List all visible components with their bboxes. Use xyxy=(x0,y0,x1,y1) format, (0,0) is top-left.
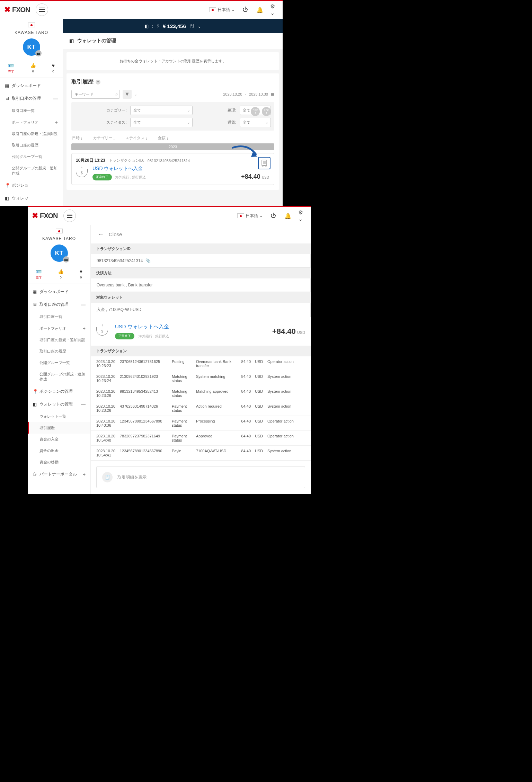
nav-group-new[interactable]: 公開グループの新規・追加作成 xyxy=(0,162,63,179)
logo: ✖FXON xyxy=(32,211,58,220)
txid-value: 98132134953425241314 xyxy=(97,258,143,263)
chevron-down-icon[interactable]: ⌄ xyxy=(134,92,137,96)
transaction-id: 98132134953425241314 xyxy=(148,159,190,163)
user-name: KAWASE TARO xyxy=(0,30,63,35)
nav-account-list[interactable]: 取引口座一覧 xyxy=(28,311,90,322)
date-range[interactable]: 2023.10.20-2023.10.30▦ xyxy=(223,92,274,97)
nav-tx-history[interactable]: 取引履歴 xyxy=(28,422,90,434)
filter-status[interactable]: 全て xyxy=(130,118,193,127)
thumbs-up-icon: 👍 xyxy=(58,269,64,274)
logo: ✖FXON xyxy=(4,5,30,14)
show-detail-button[interactable]: 🧾 取引明細を表示 xyxy=(96,466,305,488)
page-title: ◧ウォレットの管理 xyxy=(63,33,283,49)
status-badge: 正常終了 xyxy=(115,333,134,339)
col-datetime[interactable]: 日時 ↓ xyxy=(72,135,83,141)
gear-icon[interactable]: ⚙ ⌄ xyxy=(270,6,278,14)
wallet-value: 入金 , 7100AQ-WT-USD xyxy=(91,303,311,317)
download-csv-button[interactable]: CSV⬇ xyxy=(251,107,260,116)
menu-toggle[interactable] xyxy=(63,210,76,222)
flag-jp-icon xyxy=(28,23,35,27)
filter-category[interactable]: 全て xyxy=(130,106,193,115)
help-icon[interactable]: ? xyxy=(157,24,159,29)
history-section: 取引履歴? ⌕ ▼ ⌄ 2023.10.20-2023.10.30▦ カテゴリー… xyxy=(66,73,279,190)
menu-toggle[interactable] xyxy=(36,3,48,16)
nav-account-history[interactable]: 取引口座の履歴 xyxy=(28,346,90,357)
gear-icon[interactable]: ⚙ ⌄ xyxy=(298,212,307,220)
camera-icon[interactable]: 📷 xyxy=(63,256,69,263)
avatar[interactable]: KT📷 xyxy=(51,245,68,262)
nav-account-new[interactable]: 取引口座の新規・追加開設 xyxy=(0,128,63,140)
camera-icon[interactable]: 📷 xyxy=(35,50,42,56)
search-input[interactable]: ⌕ xyxy=(71,90,120,99)
nav-group-list[interactable]: 公開グループ一覧 xyxy=(28,357,90,368)
receipt-icon xyxy=(261,160,267,167)
nav-positions[interactable]: 📍ポジショ xyxy=(0,179,63,192)
nav-accounts[interactable]: 🖥取引口座の管理— xyxy=(28,298,90,311)
flag-jp-icon xyxy=(237,213,244,218)
nav-positions[interactable]: 📍ポジションの管理 xyxy=(28,385,90,398)
power-icon[interactable]: ⏻ xyxy=(241,6,249,14)
transaction-card[interactable]: 10月20日 13:23 トランザクションID: 981321349534252… xyxy=(71,153,274,185)
thumbs-up-icon: 👍 xyxy=(30,63,36,68)
topbar: ✖FXON 日本語⌄ ⏻ 🔔 ⚙ ⌄ xyxy=(28,206,311,225)
search-icon: ⌕ xyxy=(115,91,118,96)
col-amount[interactable]: 金額 ↓ xyxy=(158,135,169,141)
deposit-icon: $ xyxy=(96,327,108,336)
nav-dashboard[interactable]: ▦ダッシュボード xyxy=(0,79,63,92)
bell-icon[interactable]: 🔔 xyxy=(256,6,264,14)
nav-group-list[interactable]: 公開グループ一覧 xyxy=(0,151,63,162)
transaction-amount: +84.40USD xyxy=(272,327,305,336)
deposit-icon: $ xyxy=(76,169,88,177)
nav-wallet[interactable]: ◧ウォレットの管理— xyxy=(28,398,90,411)
user-name: KAWASE TARO xyxy=(28,236,90,241)
col-status[interactable]: ステイタス ↓ xyxy=(125,135,148,141)
year-divider: 2023 xyxy=(71,143,274,150)
wallet-icon: ◧ xyxy=(5,196,12,201)
wallet-label: 対象ウォレット xyxy=(91,292,311,303)
attachment-icon[interactable]: 📎 xyxy=(145,258,151,263)
nav-portfolio[interactable]: ポートフォリオ+ xyxy=(0,116,63,128)
nav-account-new[interactable]: 取引口座の新規・追加開設 xyxy=(28,334,90,346)
balance-bar: ◧:? ¥ 123,456 円⌄ xyxy=(63,19,283,33)
monitor-icon: 🖥 xyxy=(5,96,12,101)
download-pdf-button[interactable]: PDF⬇ xyxy=(262,107,271,116)
history-title: 取引履歴 xyxy=(71,78,94,86)
close-label[interactable]: Close xyxy=(109,231,122,237)
sidebar: KAWASE TARO KT📷 🪪完了 👍0 ♥0 ▦ダッシュボード 🖥取引口座… xyxy=(28,225,91,494)
nav-wallet[interactable]: ◧ウォレッ xyxy=(0,192,63,205)
detail-panel: ← Close トランザクションID 98132134953425241314📎… xyxy=(91,225,311,494)
nav-portfolio[interactable]: ポートフォリオ+ xyxy=(28,322,90,334)
grid-icon: ▦ xyxy=(5,83,12,88)
help-icon[interactable]: ? xyxy=(96,80,100,85)
table-row: 2023.10.2010:23:24213096243102921923Matc… xyxy=(91,371,311,386)
method-label: 決済方法 xyxy=(91,268,311,278)
nav-account-list[interactable]: 取引口座一覧 xyxy=(0,105,63,116)
filter-currency[interactable]: 全て xyxy=(240,118,271,127)
col-category[interactable]: カテゴリー ↓ xyxy=(93,135,115,141)
grid-icon: ▦ xyxy=(33,289,39,294)
language-selector[interactable]: 日本語⌄ xyxy=(237,213,263,219)
nav-deposit[interactable]: 資金の入金 xyxy=(28,434,90,445)
table-row: 2023.10.2010:54:411234567890123456789​0P… xyxy=(91,446,311,461)
nav-partner[interactable]: ⚇パートナーポータル+ xyxy=(28,468,90,481)
detail-button[interactable] xyxy=(258,157,271,169)
language-selector[interactable]: 日本語⌄ xyxy=(209,7,235,13)
nav-group-new[interactable]: 公開グループの新規・追加作成 xyxy=(28,368,90,385)
avatar[interactable]: KT📷 xyxy=(23,38,40,56)
filter-button[interactable]: ▼ xyxy=(123,90,132,99)
bell-icon[interactable]: 🔔 xyxy=(284,212,292,220)
nav-account-history[interactable]: 取引口座の履歴 xyxy=(0,140,63,151)
nav-transfer[interactable]: 資金の移動 xyxy=(28,456,90,468)
column-headers: 日時 ↓ カテゴリー ↓ ステイタス ↓ 金額 ↓ xyxy=(71,134,274,143)
nav-withdraw[interactable]: 資金の出金 xyxy=(28,445,90,456)
wallet-icon: ◧ xyxy=(33,402,39,407)
nav-wallet-list[interactable]: ウォレット一覧 xyxy=(28,411,90,422)
transaction-summary: $ USD ウォレットへ入金 正常終了 海外銀行 , 銀行振込 +84.40US… xyxy=(91,317,311,346)
balance-amount: ¥ 123,456 xyxy=(163,23,186,29)
nav-dashboard[interactable]: ▦ダッシュボード xyxy=(28,285,90,298)
table-row: 2023.10.2010:23:2698132134953425241​3Mat… xyxy=(91,386,311,401)
power-icon[interactable]: ⏻ xyxy=(269,212,277,220)
nav-accounts[interactable]: 🖥取引口座の管理— xyxy=(0,92,63,105)
back-arrow-icon[interactable]: ← xyxy=(98,231,104,238)
wallet-icon: ◧ xyxy=(69,38,74,44)
